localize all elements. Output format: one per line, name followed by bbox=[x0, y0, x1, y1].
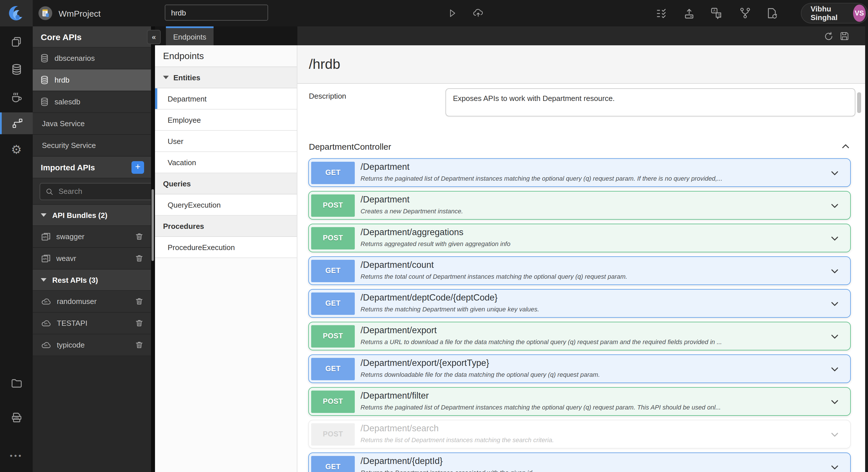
version-control-button[interactable] bbox=[739, 7, 751, 20]
endpoint-path: /Department bbox=[361, 194, 410, 205]
list-item-randomuser[interactable]: API randomuser bbox=[33, 291, 151, 312]
endpoint-card[interactable]: POST /Department Creates a new Departmen… bbox=[308, 191, 851, 220]
endpoint-card[interactable]: POST /Department/aggregations Returns ag… bbox=[308, 224, 851, 252]
refresh-button[interactable] bbox=[822, 29, 835, 43]
group-api-bundles[interactable]: API Bundles (2) bbox=[33, 205, 151, 226]
endpoint-card[interactable]: GET /Department Returns the paginated li… bbox=[308, 158, 851, 187]
endpoint-card[interactable]: GET /Department/export/{exportType} Retu… bbox=[308, 355, 851, 383]
list-item-weavr[interactable]: API weavr bbox=[33, 248, 151, 270]
collapse-panel-button[interactable]: « bbox=[147, 30, 161, 44]
save-button[interactable] bbox=[838, 29, 851, 43]
main-content: /hrdb Description Exposes APIs to work w… bbox=[298, 45, 865, 472]
endpoint-description: Returns the list of Department instances… bbox=[361, 436, 816, 443]
sidebar-item-dbscenarios[interactable]: dbscenarios bbox=[33, 47, 151, 69]
chevron-down-icon[interactable] bbox=[830, 332, 840, 342]
group-rest-apis[interactable]: Rest APIs (3) bbox=[33, 270, 151, 291]
delete-icon[interactable] bbox=[134, 232, 144, 241]
user-menu[interactable]: Vibhu Singhal VS bbox=[801, 3, 868, 24]
list-item-label: swagger bbox=[56, 232, 84, 241]
add-imported-api-button[interactable]: + bbox=[131, 161, 144, 173]
save-icon bbox=[839, 31, 849, 41]
endpoint-card[interactable]: GET /Department/{deptId} Returns the Dep… bbox=[308, 452, 851, 472]
file-sync-button[interactable] bbox=[766, 7, 778, 20]
delete-icon[interactable] bbox=[134, 318, 144, 328]
endpoint-card[interactable]: POST /Department/filter Returns the pagi… bbox=[308, 387, 851, 416]
controller-header[interactable]: DepartmentController bbox=[309, 141, 851, 151]
endpoint-card[interactable]: GET /Department/count Returns the total … bbox=[308, 256, 851, 285]
search-input[interactable] bbox=[57, 187, 161, 196]
entity-item-department[interactable]: Department bbox=[155, 88, 297, 109]
endpoint-card[interactable]: POST /Department/export Returns a URL to… bbox=[308, 322, 851, 350]
rail-item-apis[interactable] bbox=[0, 112, 33, 134]
list-item-testapi[interactable]: API TESTAPI bbox=[33, 312, 151, 334]
chevron-down-icon[interactable] bbox=[830, 168, 840, 178]
query-item-queryexecution[interactable]: QueryExecution bbox=[155, 194, 297, 216]
branch-icon bbox=[739, 7, 751, 20]
method-badge: POST bbox=[311, 194, 355, 216]
query-label: QueryExecution bbox=[167, 200, 221, 209]
project-switcher[interactable]: WmProject bbox=[38, 0, 101, 26]
entity-item-user[interactable]: User bbox=[155, 131, 297, 152]
rail-item-java-services[interactable] bbox=[0, 86, 33, 108]
chevron-down-icon[interactable] bbox=[830, 397, 840, 407]
rail-item-files[interactable] bbox=[0, 372, 33, 394]
preview-upload-button[interactable] bbox=[472, 7, 485, 20]
chevron-down-icon[interactable] bbox=[830, 430, 840, 440]
section-procedures[interactable]: Procedures bbox=[155, 216, 297, 237]
delete-icon[interactable] bbox=[134, 297, 144, 306]
service-search-input[interactable] bbox=[165, 5, 268, 21]
chevron-up-icon[interactable] bbox=[840, 141, 851, 151]
endpoint-description: Creates a new Department instance. bbox=[361, 208, 816, 214]
refresh-icon bbox=[823, 31, 834, 42]
procedure-item-procedureexecution[interactable]: ProcedureExecution bbox=[155, 237, 297, 258]
main-scrollbar-thumb[interactable] bbox=[857, 92, 861, 113]
chevron-down-icon[interactable] bbox=[830, 201, 840, 211]
sidebar-item-salesdb[interactable]: salesdb bbox=[33, 91, 151, 113]
sidebar-item-hrdb[interactable]: hrdb bbox=[33, 69, 151, 91]
rail-item-more[interactable]: ••• bbox=[0, 444, 33, 466]
tab-endpoints[interactable]: Endpoints bbox=[166, 26, 214, 45]
task-list-button[interactable] bbox=[655, 7, 668, 20]
chevron-down-icon[interactable] bbox=[830, 299, 840, 309]
description-field[interactable]: Exposes APIs to work with Department res… bbox=[445, 88, 856, 116]
controller-name: DepartmentController bbox=[309, 141, 391, 151]
chevron-down-icon[interactable] bbox=[830, 266, 840, 276]
section-queries[interactable]: Queries bbox=[155, 173, 297, 194]
endpoint-card[interactable]: GET /Department/deptCode/{deptCode} Retu… bbox=[308, 289, 851, 318]
left-rail: ⚙ LOG ••• bbox=[0, 26, 33, 472]
endpoint-description: Returns the total count of Department in… bbox=[361, 273, 816, 280]
endpoint-card-disabled[interactable]: POST /Department/search Returns the list… bbox=[308, 420, 851, 448]
list-item-swagger[interactable]: API swagger bbox=[33, 226, 151, 248]
page-title: /hrdb bbox=[309, 56, 340, 72]
search-box[interactable] bbox=[40, 183, 166, 200]
list-item-label: weavr bbox=[56, 254, 76, 263]
delete-icon[interactable] bbox=[134, 254, 144, 263]
localization-button[interactable]: A 文 bbox=[710, 7, 723, 20]
method-badge: POST bbox=[311, 423, 355, 445]
rail-item-pages[interactable] bbox=[0, 31, 33, 53]
chevron-down-icon[interactable] bbox=[830, 233, 840, 244]
brand-logo[interactable] bbox=[0, 0, 33, 26]
list-item-typicode[interactable]: API typicode bbox=[33, 334, 151, 356]
sidebar-item-security-service[interactable]: Security Service bbox=[33, 135, 151, 157]
entity-item-vacation[interactable]: Vacation bbox=[155, 152, 297, 173]
svg-text:API: API bbox=[43, 236, 47, 238]
panel-scrollbar-thumb[interactable] bbox=[152, 189, 154, 261]
chevron-down-icon[interactable] bbox=[830, 462, 840, 472]
method-badge: POST bbox=[311, 325, 355, 347]
more-icon: ••• bbox=[10, 451, 23, 460]
delete-icon[interactable] bbox=[134, 340, 144, 350]
export-project-button[interactable] bbox=[683, 7, 695, 20]
sidebar-item-java-service[interactable]: Java Service bbox=[33, 113, 151, 135]
entity-label: Department bbox=[167, 94, 207, 103]
section-entities[interactable]: Entities bbox=[155, 67, 297, 88]
endpoint-path: /Department/filter bbox=[361, 391, 429, 401]
rail-item-logs[interactable]: LOG bbox=[0, 407, 33, 429]
sidebar-item-label: Java Service bbox=[42, 119, 85, 128]
rail-item-settings[interactable]: ⚙ bbox=[0, 139, 33, 161]
chevron-down-icon[interactable] bbox=[830, 364, 840, 374]
rail-item-database[interactable] bbox=[0, 59, 33, 80]
entity-item-employee[interactable]: Employee bbox=[155, 109, 297, 131]
method-badge: POST bbox=[311, 390, 355, 413]
run-button[interactable] bbox=[446, 7, 459, 20]
